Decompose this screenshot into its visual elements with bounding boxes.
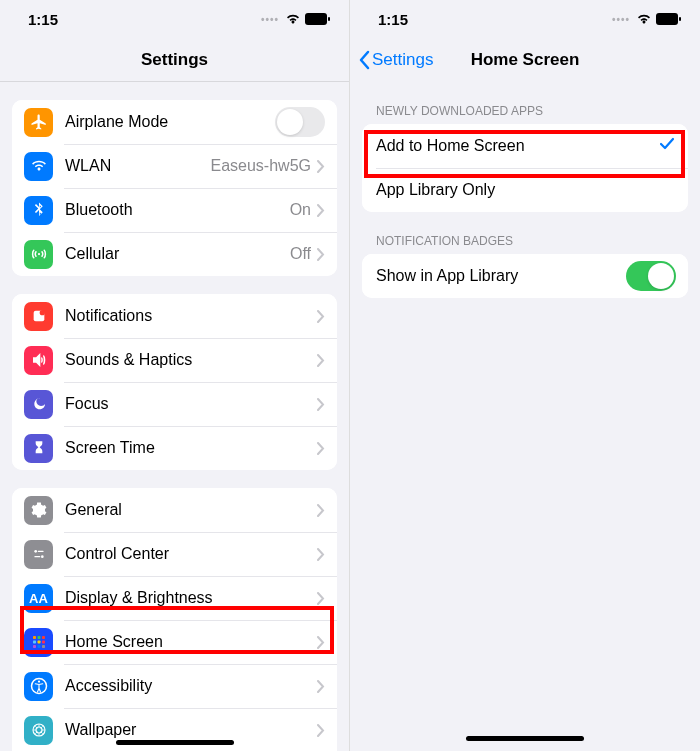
homescreen-cell[interactable]: Home Screen [12, 620, 337, 664]
airplane-icon [24, 108, 53, 137]
svg-point-5 [34, 550, 37, 553]
cell-label: Bluetooth [65, 201, 290, 219]
svg-point-4 [39, 310, 44, 315]
show-applibrary-toggle[interactable] [626, 261, 676, 291]
cellular-cell[interactable]: Cellular Off [12, 232, 337, 276]
display-icon: AA [24, 584, 53, 613]
cell-label: App Library Only [376, 181, 676, 199]
svg-rect-0 [305, 13, 327, 25]
svg-rect-1 [328, 17, 330, 21]
homescreen-icon [24, 628, 53, 657]
battery-icon [656, 13, 682, 25]
svg-rect-6 [37, 551, 43, 552]
cell-label: Accessibility [65, 677, 317, 695]
status-time: 1:15 [378, 11, 408, 28]
svg-point-7 [41, 555, 44, 558]
svg-point-2 [37, 253, 39, 255]
cell-label: Display & Brightness [65, 589, 317, 607]
status-bar: 1:15 •••• [350, 0, 700, 38]
chevron-right-icon [317, 160, 325, 173]
home-indicator[interactable] [466, 736, 584, 741]
chevron-right-icon [317, 248, 325, 261]
chevron-right-icon [317, 548, 325, 561]
cell-label: Sounds & Haptics [65, 351, 317, 369]
airplane-toggle[interactable] [275, 107, 325, 137]
svg-rect-11 [42, 636, 45, 639]
display-cell[interactable]: AA Display & Brightness [12, 576, 337, 620]
page-title: Home Screen [471, 50, 580, 70]
notifications-icon [24, 302, 53, 331]
checkmark-icon [658, 135, 676, 157]
cell-label: Add to Home Screen [376, 137, 658, 155]
bluetooth-cell[interactable]: Bluetooth On [12, 188, 337, 232]
svg-point-19 [37, 680, 39, 682]
chevron-right-icon [317, 442, 325, 455]
page-title: Settings [141, 50, 208, 70]
svg-rect-8 [34, 556, 40, 557]
wallpaper-icon [24, 716, 53, 745]
bluetooth-icon [24, 196, 53, 225]
svg-rect-12 [33, 641, 36, 644]
wlan-cell[interactable]: WLAN Easeus-hw5G [12, 144, 337, 188]
svg-rect-16 [37, 645, 40, 648]
notifications-cell[interactable]: Notifications [12, 294, 337, 338]
homescreen-settings-screen: 1:15 •••• Settings Home Screen NEWLY DOW… [350, 0, 700, 751]
screentime-icon [24, 434, 53, 463]
controlcenter-icon [24, 540, 53, 569]
navbar: Settings Home Screen [350, 38, 700, 82]
cell-label: Focus [65, 395, 317, 413]
settings-screen: 1:15 •••• Settings Airplane Mode WLAN Ea… [0, 0, 350, 751]
svg-rect-23 [679, 17, 681, 21]
cell-value: Easeus-hw5G [211, 157, 312, 175]
focus-icon [24, 390, 53, 419]
status-indicators: •••• [612, 13, 682, 25]
applibrary-only-cell[interactable]: App Library Only [362, 168, 688, 212]
settings-group-notifications: Notifications Sounds & Haptics Focus Scr… [12, 294, 337, 470]
chevron-right-icon [317, 636, 325, 649]
chevron-right-icon [317, 204, 325, 217]
accessibility-icon [24, 672, 53, 701]
svg-rect-17 [42, 645, 45, 648]
notification-badges-group: Show in App Library [362, 254, 688, 298]
cell-label: General [65, 501, 317, 519]
wifi-settings-icon [24, 152, 53, 181]
status-indicators: •••• [261, 13, 331, 25]
add-homescreen-cell[interactable]: Add to Home Screen [362, 124, 688, 168]
cell-label: Notifications [65, 307, 317, 325]
chevron-right-icon [317, 310, 325, 323]
cell-label: Show in App Library [376, 267, 626, 285]
section-header: NOTIFICATION BADGES [376, 234, 700, 248]
back-label: Settings [372, 50, 433, 70]
settings-group-connectivity: Airplane Mode WLAN Easeus-hw5G Bluetooth… [12, 100, 337, 276]
cell-value: On [290, 201, 311, 219]
settings-group-general: General Control Center AA Display & Brig… [12, 488, 337, 751]
sounds-cell[interactable]: Sounds & Haptics [12, 338, 337, 382]
svg-rect-14 [42, 641, 45, 644]
cell-label: WLAN [65, 157, 211, 175]
status-bar: 1:15 •••• [0, 0, 349, 38]
chevron-right-icon [317, 592, 325, 605]
show-in-applibrary-cell[interactable]: Show in App Library [362, 254, 688, 298]
sounds-icon [24, 346, 53, 375]
svg-rect-9 [33, 636, 36, 639]
controlcenter-cell[interactable]: Control Center [12, 532, 337, 576]
cell-label: Airplane Mode [65, 113, 275, 131]
chevron-right-icon [317, 504, 325, 517]
battery-icon [305, 13, 331, 25]
home-indicator[interactable] [116, 740, 234, 745]
chevron-right-icon [317, 398, 325, 411]
cell-label: Home Screen [65, 633, 317, 651]
chevron-right-icon [317, 680, 325, 693]
focus-cell[interactable]: Focus [12, 382, 337, 426]
accessibility-cell[interactable]: Accessibility [12, 664, 337, 708]
general-cell[interactable]: General [12, 488, 337, 532]
wifi-icon [636, 13, 652, 25]
cellular-icon [24, 240, 53, 269]
download-location-group: Add to Home Screen App Library Only [362, 124, 688, 212]
chevron-right-icon [317, 354, 325, 367]
back-button[interactable]: Settings [358, 50, 433, 70]
airplane-mode-cell[interactable]: Airplane Mode [12, 100, 337, 144]
screentime-cell[interactable]: Screen Time [12, 426, 337, 470]
section-header: NEWLY DOWNLOADED APPS [376, 104, 700, 118]
wifi-icon [285, 13, 301, 25]
